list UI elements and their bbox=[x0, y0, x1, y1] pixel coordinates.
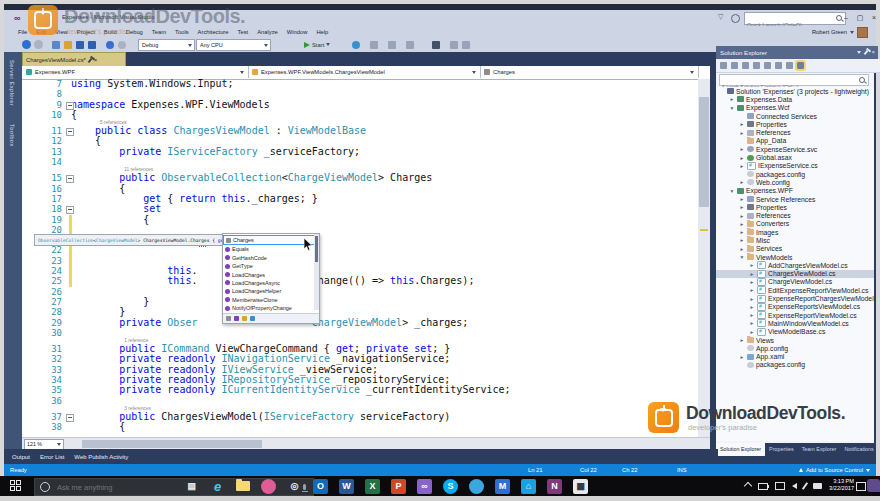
new-project-button[interactable] bbox=[52, 41, 60, 49]
expander-icon[interactable]: ▸ bbox=[729, 96, 735, 102]
menu-architecture[interactable]: Architecture bbox=[198, 29, 229, 35]
menu-file[interactable]: File bbox=[18, 29, 27, 35]
code-line[interactable]: 13private IServiceFactory _serviceFactor… bbox=[22, 147, 698, 157]
save-button[interactable] bbox=[76, 41, 84, 49]
tree-item[interactable]: ▸ChargesViewModel.cs bbox=[716, 270, 874, 278]
code-line[interactable]: 19{ bbox=[22, 215, 698, 225]
switch-views-icon[interactable] bbox=[731, 62, 738, 69]
menu-tools[interactable]: Tools bbox=[175, 29, 189, 35]
member-dropdown[interactable]: Charges bbox=[480, 66, 699, 78]
battery-icon[interactable] bbox=[758, 483, 768, 490]
expander-icon[interactable]: ▸ bbox=[749, 271, 755, 277]
tree-item[interactable]: ▸Service References bbox=[716, 195, 874, 203]
popup-scrollbar[interactable] bbox=[314, 234, 319, 310]
word-icon[interactable]: W bbox=[339, 479, 354, 494]
code-line[interactable]: 26 bbox=[22, 287, 698, 297]
home-icon[interactable] bbox=[720, 62, 727, 69]
expander-icon[interactable]: ▸ bbox=[749, 279, 755, 285]
document-tab-chargesviewmodel[interactable]: ChargesViewModel.cs* × bbox=[22, 52, 126, 67]
classes-filter-icon[interactable] bbox=[242, 316, 247, 321]
completion-item[interactable]: LoadCharges bbox=[223, 270, 319, 278]
toolbar-icon[interactable] bbox=[450, 41, 458, 49]
task-view-icon[interactable]: ▤ bbox=[184, 479, 199, 494]
tree-item[interactable]: ▸Views bbox=[716, 336, 874, 344]
feedback-filter-icon[interactable]: ▽ bbox=[718, 13, 723, 21]
tree-item[interactable]: ▸Misc bbox=[716, 236, 874, 244]
action-center-icon[interactable] bbox=[856, 482, 866, 491]
expander-icon[interactable]: ▸ bbox=[739, 121, 745, 127]
menu-edit[interactable]: Edit bbox=[36, 29, 46, 35]
save-all-button[interactable] bbox=[88, 41, 96, 49]
tree-item[interactable]: ▸Converters bbox=[716, 220, 874, 228]
edge-icon[interactable]: e bbox=[210, 479, 225, 494]
tree-item[interactable]: Solution 'Expenses' (3 projects - lightw… bbox=[716, 87, 874, 95]
volume-icon[interactable] bbox=[792, 483, 797, 489]
pin-icon[interactable] bbox=[88, 57, 93, 62]
expander-icon[interactable]: ▸ bbox=[749, 304, 755, 310]
menu-analyze[interactable]: Analyze bbox=[257, 29, 278, 35]
tree-item[interactable]: ▸ViewModelBase.cs bbox=[716, 328, 874, 336]
redo-button[interactable] bbox=[118, 41, 126, 49]
add-to-source-control-button[interactable]: Add to Source Control bbox=[799, 464, 870, 476]
toolbar-icon[interactable] bbox=[406, 41, 414, 49]
paint-icon[interactable] bbox=[469, 479, 484, 494]
touch-keyboard-icon[interactable] bbox=[813, 483, 822, 489]
code-line[interactable]: 23 bbox=[22, 256, 698, 266]
minimize-button[interactable]: – bbox=[840, 12, 852, 23]
events-filter-icon[interactable] bbox=[250, 316, 255, 321]
expander-icon[interactable]: ▸ bbox=[739, 354, 745, 360]
fold-collapse-box[interactable] bbox=[66, 175, 74, 183]
code-line[interactable]: 29private ObserChargeViewModel> _charges… bbox=[22, 318, 698, 328]
sync-with-active-document-icon[interactable] bbox=[797, 62, 804, 69]
tree-item[interactable]: App_Data bbox=[716, 137, 874, 145]
expander-icon[interactable]: ▾ bbox=[729, 105, 735, 111]
calculator-icon[interactable]: ▦ bbox=[573, 479, 588, 494]
code-line[interactable]: 36 bbox=[22, 396, 698, 406]
powerpoint-icon[interactable]: P bbox=[391, 479, 406, 494]
tree-item[interactable]: ▸Global.asax bbox=[716, 153, 874, 161]
expander-icon[interactable]: ▸ bbox=[739, 237, 745, 243]
expander-icon[interactable]: ▸ bbox=[749, 320, 755, 326]
code-line[interactable]: 18set bbox=[22, 204, 698, 214]
solution-explorer-header[interactable]: Solution Explorer × bbox=[716, 46, 878, 59]
tree-item[interactable]: ▾Expenses.WPF bbox=[716, 187, 874, 195]
expander-icon[interactable]: ▸ bbox=[739, 130, 745, 136]
tree-item[interactable]: ▸Properties bbox=[716, 203, 874, 211]
skype-icon[interactable]: S bbox=[443, 479, 458, 494]
project-dropdown[interactable]: Expenses.WPF bbox=[22, 66, 249, 78]
server-explorer-tab[interactable]: Server Explorer bbox=[9, 60, 15, 106]
restore-button[interactable]: ▢ bbox=[854, 12, 866, 23]
code-line[interactable]: 38{ bbox=[22, 422, 698, 432]
pen-icon[interactable] bbox=[802, 482, 808, 490]
visual-studio-icon[interactable]: ∞ bbox=[417, 479, 432, 494]
code-area[interactable]: 7using System.Windows.Input;89namespace … bbox=[22, 79, 698, 437]
fold-collapse-box[interactable] bbox=[66, 128, 74, 136]
menu-debug[interactable]: Debug bbox=[126, 29, 143, 35]
menu-window[interactable]: Window bbox=[287, 29, 308, 35]
menu-project[interactable]: Project bbox=[77, 29, 95, 35]
editor-vertical-scrollbar[interactable] bbox=[698, 79, 710, 437]
fold-collapse-box[interactable] bbox=[66, 206, 74, 214]
expander-icon[interactable]: ▾ bbox=[739, 254, 745, 260]
expander-icon[interactable]: ▸ bbox=[739, 221, 745, 227]
refresh-icon[interactable] bbox=[753, 62, 760, 69]
completion-item[interactable]: LoadChargesAsync bbox=[223, 279, 319, 287]
expander-icon[interactable]: ▸ bbox=[739, 179, 745, 185]
tree-item[interactable]: ▾ViewModels bbox=[716, 253, 874, 261]
panel-tab-notifications[interactable]: Notifications bbox=[840, 443, 877, 456]
start-debug-button[interactable]: Start bbox=[304, 39, 330, 50]
code-editor[interactable]: Expenses.WPF Expenses.WPF.ViewModels.Cha… bbox=[22, 66, 710, 449]
start-button[interactable] bbox=[10, 480, 22, 492]
completion-item[interactable]: GetHashCode bbox=[223, 254, 319, 262]
code-line[interactable]: 11public class ChargesViewModel : ViewMo… bbox=[22, 126, 698, 136]
navigate-back-button[interactable] bbox=[22, 40, 31, 49]
expander-icon[interactable]: ▸ bbox=[749, 262, 755, 268]
solution-configuration-dropdown[interactable]: Debug bbox=[138, 39, 195, 51]
tree-item[interactable]: ▾Expenses.Wcf bbox=[716, 104, 874, 112]
expander-icon[interactable]: ▸ bbox=[739, 155, 745, 161]
tree-item[interactable]: ▸Web.config bbox=[716, 178, 874, 186]
hidden-icons-chevron[interactable] bbox=[744, 482, 752, 490]
navigate-forward-button[interactable] bbox=[34, 40, 43, 49]
tree-item[interactable]: ▸ChargeViewModel.cs bbox=[716, 278, 874, 286]
refresh-button[interactable] bbox=[352, 41, 360, 49]
